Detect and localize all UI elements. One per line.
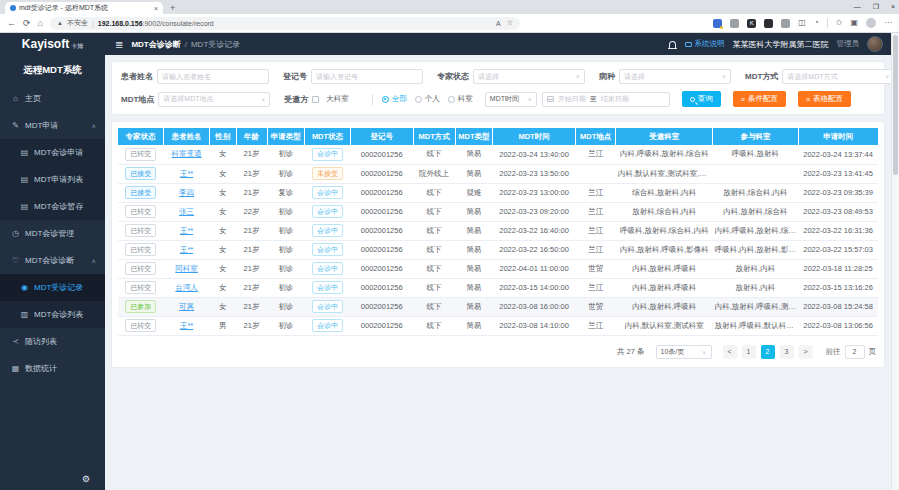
- radio-option[interactable]: 全部: [382, 94, 407, 104]
- filter-input[interactable]: 请输入登记号 ∨: [311, 69, 423, 84]
- date-range-picker[interactable]: 开始日期 至 结束日期: [542, 92, 670, 107]
- patient-name-link[interactable]: 同科室: [175, 264, 198, 273]
- page-number-button[interactable]: 2: [761, 345, 775, 359]
- radio-icon: [382, 96, 389, 103]
- address-bar[interactable]: ▲ 不安全 | 192.168.0.156:9002/consulate/rec…: [50, 17, 520, 30]
- sidebar-collapse-icon[interactable]: ≣: [115, 39, 123, 50]
- sidebar-menu-item[interactable]: ▤ MDT会诊申请 ∧: [0, 139, 105, 166]
- filter-input[interactable]: 请选择MDT方式 ∨: [782, 69, 891, 84]
- patient-name-link[interactable]: 李四: [179, 188, 194, 197]
- prev-page-button[interactable]: <: [723, 345, 737, 359]
- filter-input[interactable]: 请选择 ∨: [473, 69, 585, 84]
- patient-name-link[interactable]: 王**: [180, 226, 193, 235]
- scrollbar-thumb[interactable]: [893, 35, 898, 175]
- patient-name-link[interactable]: 王**: [180, 245, 193, 254]
- next-page-button[interactable]: >: [799, 345, 813, 359]
- sidebar-menu-item[interactable]: ▥ MDT会诊列表 ∧: [0, 301, 105, 328]
- joined-depts-cell: [713, 164, 799, 183]
- sidebar-menu-item[interactable]: ▤ MDT申请列表 ∧: [0, 166, 105, 193]
- time-type-value: MDT时间: [490, 94, 519, 104]
- mdt-mode-cell: 线下: [413, 316, 455, 335]
- time-type-select[interactable]: MDT时间 ∨: [485, 92, 537, 107]
- patient-name-link[interactable]: 王**: [180, 169, 193, 178]
- user-avatar[interactable]: [867, 36, 883, 52]
- table-row: 已转交 台湾人 女 21岁 初诊 会诊中 0002001256 线下 简易 20…: [118, 278, 878, 297]
- favorites-icon[interactable]: ✩: [836, 19, 843, 27]
- filter-input[interactable]: 请输入患者姓名 ∨: [157, 69, 269, 84]
- extension-icon[interactable]: [781, 19, 790, 28]
- home-icon[interactable]: ⌂: [38, 19, 43, 28]
- browser-tab[interactable]: mdt受诊记录 - 远程MDT系统 ×: [5, 2, 163, 14]
- patient-name-link[interactable]: 可其: [179, 302, 194, 311]
- menu-item-icon: ◉: [20, 283, 29, 292]
- patient-name-link[interactable]: 台湾人: [175, 283, 198, 292]
- browser-window: mdt受诊记录 - 远程MDT系统 × + — ❐ × ← ⟳ ⌂ ▲ 不安全 …: [0, 0, 899, 490]
- search-button[interactable]: 查询: [682, 91, 721, 107]
- big-dept-checkbox[interactable]: [312, 96, 319, 103]
- sidebar-menu-item[interactable]: ▦ 数据统计 ∧: [0, 355, 105, 382]
- favorite-star-icon[interactable]: ☆: [507, 19, 513, 27]
- gender-cell: 女: [209, 259, 236, 278]
- joined-depts-cell: 内科,放射科,综合科: [713, 202, 799, 221]
- chevron-down-icon: ∨: [261, 96, 265, 102]
- patient-name-link[interactable]: 科室变通: [172, 149, 202, 158]
- expert-status-badge: 已接受: [125, 186, 156, 199]
- table-header-cell: 参与科室: [713, 128, 799, 145]
- collections-icon[interactable]: ▣: [850, 19, 858, 27]
- mdt-place-select[interactable]: 请选择MDT地点 ∨: [158, 92, 270, 107]
- extension-icon[interactable]: [764, 19, 773, 28]
- sidebar-menu-item[interactable]: ▤ MDT会诊暂存 ∧: [0, 193, 105, 220]
- breadcrumb-parent[interactable]: MDT会诊诊断: [131, 39, 180, 50]
- split-screen-icon[interactable]: ◫: [798, 19, 806, 27]
- mdt-time-cell: 2022-03-24 13:40:00: [493, 145, 576, 164]
- window-minimize-icon[interactable]: —: [854, 3, 861, 10]
- radio-option[interactable]: 科室: [448, 94, 473, 104]
- page-number-button[interactable]: 1: [742, 345, 756, 359]
- invited-depts-cell: 内科,放射科,呼吸科: [616, 297, 713, 316]
- invitee-radio-group: 全部 个人 科室: [382, 94, 481, 104]
- table-config-button[interactable]: ≡ 表格配置: [798, 91, 851, 107]
- page-scrollbar[interactable]: [891, 33, 899, 490]
- new-tab-button[interactable]: +: [170, 3, 175, 13]
- browser-profile-avatar[interactable]: [866, 18, 876, 28]
- read-aloud-icon[interactable]: A: [496, 20, 501, 27]
- more-menu-icon[interactable]: ⋯: [884, 19, 892, 27]
- menu-item-label: MDT会诊诊断: [25, 255, 74, 266]
- extension-icon[interactable]: K: [747, 19, 756, 28]
- pagination: 共 27 条 10条/页 ∨ < 123 > 前往 2 页: [118, 345, 878, 359]
- system-help-link[interactable]: 系统说明: [685, 39, 725, 49]
- goto-page-input[interactable]: 2: [845, 345, 865, 359]
- mdt-place-cell: [575, 164, 616, 183]
- notification-bell-icon[interactable]: [669, 41, 676, 48]
- patient-name-link[interactable]: 张三: [179, 207, 194, 216]
- joined-depts-cell: 放射科,内科: [713, 259, 799, 278]
- window-close-icon[interactable]: ×: [891, 3, 895, 10]
- sidebar-menu-item[interactable]: ✎ MDT申请 ∧: [0, 112, 105, 139]
- menu-item-label: MDT申请: [25, 120, 58, 131]
- radio-option[interactable]: 个人: [415, 94, 440, 104]
- mdt-type-cell: 简易: [455, 221, 493, 240]
- tab-close-icon[interactable]: ×: [154, 5, 158, 12]
- sidebar-menu-item[interactable]: ♡ MDT会诊诊断 ∧: [0, 247, 105, 274]
- page-size-select[interactable]: 10条/页 ∨: [656, 345, 712, 359]
- settings-gear-icon[interactable]: ⚙: [82, 474, 90, 484]
- sidebar-menu-item[interactable]: ◉ MDT受诊记录 ∧: [0, 274, 105, 301]
- filter-input[interactable]: 请选择 ∨: [619, 69, 731, 84]
- sidebar-menu-item[interactable]: ◷ MDT会诊管理 ∧: [0, 220, 105, 247]
- sidebar-menu-item[interactable]: ≺ 随访列表 ∧: [0, 328, 105, 355]
- sidebar-menu-item[interactable]: ⌂ 主页 ∧: [0, 85, 105, 112]
- copilot-icon[interactable]: ◔: [814, 19, 819, 27]
- mdt-mode-cell: 院外线上: [413, 164, 455, 183]
- table-header-cell: 受邀科室: [616, 128, 713, 145]
- app-header: Kayisoft 卡姆 ≣ MDT会诊诊断 / MDT受诊记录 系统说明 某某医…: [0, 33, 891, 55]
- search-icon: [690, 97, 695, 102]
- condition-config-button[interactable]: ≡ 条件配置: [733, 91, 786, 107]
- window-restore-icon[interactable]: ❐: [873, 3, 879, 11]
- invited-depts-cell: 内科,呼吸科,放射科,综合科: [616, 145, 713, 164]
- reload-icon[interactable]: ⟳: [23, 19, 31, 28]
- back-icon[interactable]: ←: [7, 19, 16, 28]
- page-number-button[interactable]: 3: [780, 345, 794, 359]
- extension-icon[interactable]: [730, 19, 739, 28]
- patient-name-link[interactable]: 王**: [180, 321, 193, 330]
- extension-icon[interactable]: [713, 19, 722, 28]
